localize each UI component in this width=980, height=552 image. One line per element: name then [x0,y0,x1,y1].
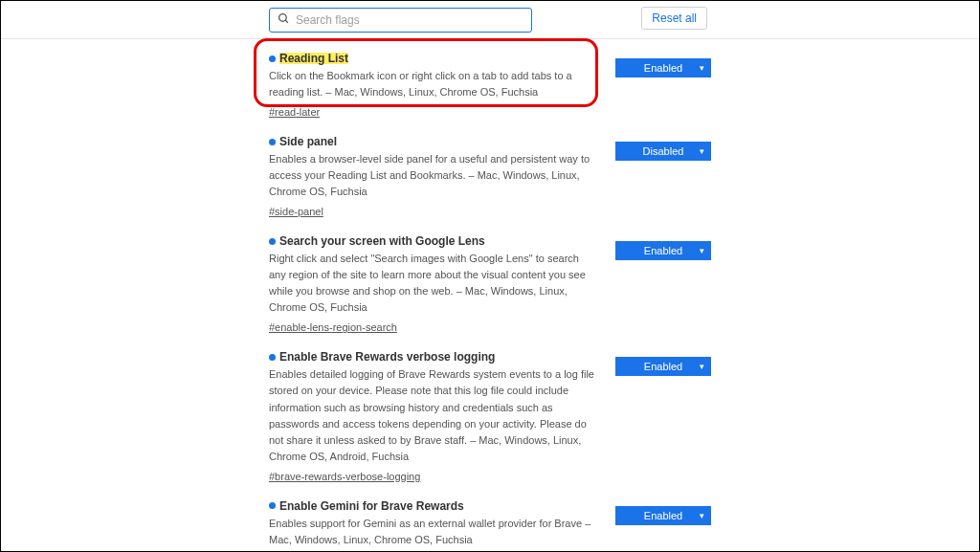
chevron-down-icon: ▾ [700,63,704,73]
flag-hash-link[interactable]: #side-panel [269,206,323,217]
flag-title: Reading List [279,53,348,64]
modified-dot-icon [269,354,276,361]
flag-status-select[interactable]: Enabled▾ [615,357,711,376]
flag-hash-link[interactable]: #enable-lens-region-search [269,321,397,333]
select-value: Enabled [644,245,682,256]
flag-description: Enables detailed logging of Brave Reward… [269,366,594,464]
flag-status-select[interactable]: Enabled▾ [615,58,711,77]
flag-item: Enable Gemini for Brave Rewards Enables … [269,487,711,551]
modified-dot-icon [269,502,276,509]
select-value: Disabled [643,145,684,157]
modified-dot-icon [269,238,276,245]
topbar [1,1,979,39]
flag-description: Enables support for Gemini as an externa… [269,516,594,548]
flags-list: Reading List Click on the Bookmark icon … [1,39,979,551]
flag-title: Search your screen with Google Lens [279,235,485,247]
chevron-down-icon: ▾ [700,246,704,255]
flag-description: Right click and select "Search images wi… [269,251,594,316]
flag-title: Side panel [279,136,337,147]
select-value: Enabled [644,62,682,74]
select-value: Enabled [644,510,682,521]
flag-status-select[interactable]: Disabled▾ [615,142,711,161]
reset-all-button[interactable]: Reset all [641,7,707,30]
search-box[interactable] [269,8,532,33]
select-value: Enabled [644,361,682,372]
flag-description: Click on the Bookmark icon or right clic… [269,68,594,100]
flag-title: Enable Gemini for Brave Rewards [279,500,464,512]
flag-hash-link[interactable]: #brave-rewards-verbose-logging [269,471,420,482]
chevron-down-icon: ▾ [700,362,704,371]
flag-hash-link[interactable]: #read-later [269,106,320,118]
flag-title: Enable Brave Rewards verbose logging [279,351,495,363]
flag-item: Side panel Enables a browser-level side … [269,122,711,222]
flag-item: Reading List Click on the Bookmark icon … [269,39,711,122]
modified-dot-icon [269,139,276,145]
svg-line-1 [285,20,288,23]
flag-item: Search your screen with Google Lens Righ… [269,222,711,338]
modified-dot-icon [269,55,276,62]
chevron-down-icon: ▾ [700,511,704,520]
flag-status-select[interactable]: Enabled▾ [615,506,711,525]
search-input[interactable] [296,13,523,27]
flag-status-select[interactable]: Enabled▾ [615,241,711,260]
chevron-down-icon: ▾ [700,146,704,156]
search-icon [278,12,290,28]
flag-description: Enables a browser-level side panel for a… [269,151,594,200]
svg-point-0 [279,13,287,21]
flag-item: Enable Brave Rewards verbose logging Ena… [269,338,711,486]
